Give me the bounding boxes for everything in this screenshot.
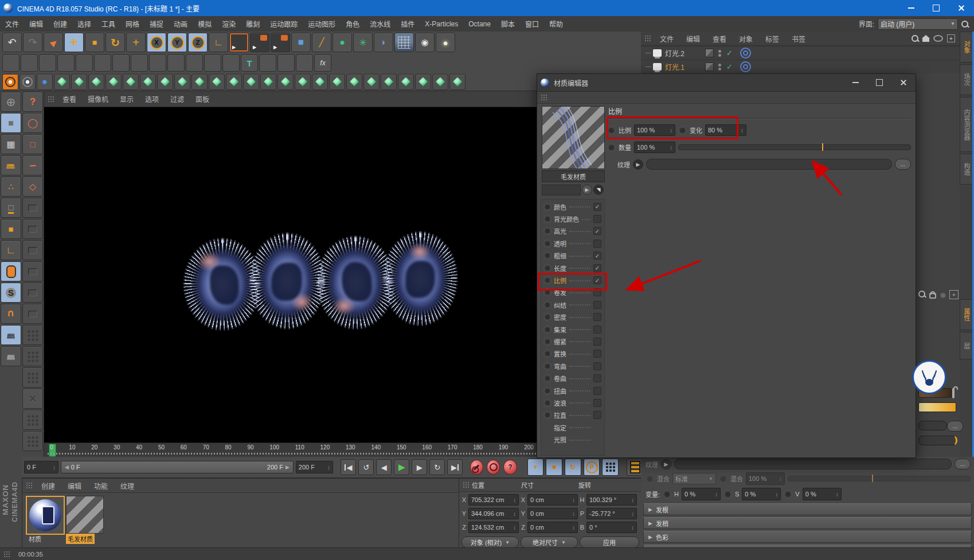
- amount-slider[interactable]: [678, 144, 911, 150]
- channel-radio[interactable]: [543, 240, 551, 248]
- polygon-pen-icon[interactable]: [57, 54, 75, 72]
- network-icon[interactable]: [19, 74, 36, 90]
- rotation-h-field[interactable]: 100.329 °↕: [586, 494, 637, 506]
- render-settings-icon[interactable]: [271, 33, 290, 52]
- channel-checkbox[interactable]: [593, 264, 601, 272]
- menu-xparticles[interactable]: X-Particles: [420, 16, 463, 32]
- object-name[interactable]: 灯光.2: [665, 48, 703, 58]
- goto-start-button[interactable]: ◀: [341, 459, 356, 475]
- channel-row-displace[interactable]: 置换: [541, 348, 604, 360]
- current-frame-field[interactable]: 0 F↕: [24, 461, 58, 473]
- om-menu-edit[interactable]: 编辑: [680, 34, 706, 44]
- size-x-field[interactable]: 0 cm↕: [527, 494, 578, 506]
- channel-radio[interactable]: [543, 362, 551, 370]
- dots-icon[interactable]: [22, 410, 43, 430]
- channel-radio[interactable]: [543, 264, 551, 272]
- light-object-icon[interactable]: [653, 63, 662, 71]
- position-z-field[interactable]: 124.532 cm↕: [468, 522, 519, 533]
- om-menu-tags[interactable]: 标签: [759, 34, 785, 44]
- h-value-field[interactable]: 0 %↕: [682, 488, 721, 500]
- channel-checkbox[interactable]: [593, 362, 601, 370]
- channel-radio[interactable]: [543, 387, 551, 395]
- workplane-icon[interactable]: [1, 155, 21, 175]
- interface-dropdown[interactable]: 启动 (用户) ▼: [878, 18, 958, 30]
- channel-radio[interactable]: [543, 411, 551, 419]
- next-frame-button[interactable]: ▶: [412, 459, 427, 475]
- polygons-mode-icon[interactable]: [1, 219, 21, 239]
- channel-radio[interactable]: [543, 338, 551, 346]
- channel-checkbox[interactable]: [593, 227, 601, 235]
- channel-row-straighten[interactable]: 拉直: [541, 409, 604, 421]
- globe-icon[interactable]: [1, 92, 21, 112]
- emboss-icon[interactable]: [22, 283, 43, 303]
- blend-mode-dropdown[interactable]: 标准▼: [672, 473, 716, 484]
- dots-icon[interactable]: [22, 431, 43, 451]
- visibility-dots-icon[interactable]: [718, 64, 721, 71]
- lock-icon[interactable]: [952, 389, 955, 397]
- viewport-menu-panel[interactable]: 面板: [190, 94, 215, 104]
- om-menu-view[interactable]: 查看: [706, 34, 733, 44]
- xp-icon[interactable]: [123, 74, 139, 90]
- rotate-icon[interactable]: [105, 33, 125, 52]
- selection-poly-icon[interactable]: [22, 177, 43, 197]
- channel-row-assign[interactable]: 指定: [541, 421, 604, 433]
- channel-checkbox[interactable]: [593, 313, 601, 321]
- blend-radio[interactable]: [719, 475, 727, 483]
- render-region-icon[interactable]: [250, 33, 269, 52]
- browse-button[interactable]: ...: [947, 421, 963, 432]
- xp-icon[interactable]: [54, 74, 70, 90]
- coords-mode-dropdown[interactable]: 对象 (相对)▼: [461, 536, 519, 548]
- mini-slider[interactable]: [918, 421, 947, 430]
- channel-row-density[interactable]: 密度: [541, 311, 604, 323]
- xp-icon[interactable]: [226, 74, 242, 90]
- menu-octane[interactable]: Octane: [463, 16, 496, 32]
- workplane-tool-icon[interactable]: [39, 54, 56, 72]
- material-label[interactable]: 材质: [27, 534, 43, 544]
- sphere-blue-icon[interactable]: [37, 74, 53, 90]
- timeline-ruler[interactable]: 0102030405060708090100110120130140150160…: [44, 442, 542, 458]
- lock-icon[interactable]: [929, 293, 936, 299]
- menu-character[interactable]: 角色: [341, 16, 365, 32]
- xp-icon[interactable]: [209, 74, 225, 90]
- emboss-icon[interactable]: [22, 198, 43, 218]
- menu-create[interactable]: 创建: [48, 16, 72, 32]
- xp-icon[interactable]: [71, 74, 87, 90]
- layer-icon[interactable]: [705, 62, 714, 71]
- quantize-icon[interactable]: [21, 54, 38, 72]
- xp-icon[interactable]: [157, 74, 173, 90]
- channel-row-illumination[interactable]: 光照: [541, 433, 604, 445]
- tab-takes[interactable]: 场次: [960, 64, 973, 95]
- dialog-title-bar[interactable]: 材质编辑器: [537, 74, 916, 92]
- tracer-icon[interactable]: [222, 54, 240, 72]
- record-keyframe-button[interactable]: [470, 460, 483, 475]
- cloner-icon[interactable]: [167, 54, 185, 72]
- object-row-selected[interactable]: 灯光.1 ✓: [641, 60, 960, 73]
- size-mode-dropdown[interactable]: 绝对尺寸▼: [521, 536, 578, 548]
- menu-select[interactable]: 选择: [72, 16, 96, 32]
- xp-icon[interactable]: [432, 74, 448, 90]
- expand-arrow-icon[interactable]: ▶: [582, 185, 592, 195]
- dialog-minimize-button[interactable]: [843, 74, 867, 91]
- next-key-button[interactable]: ↻: [429, 459, 445, 475]
- menu-plugins[interactable]: 插件: [396, 16, 420, 32]
- xp-icon[interactable]: [243, 74, 259, 90]
- y-lock-icon[interactable]: [167, 33, 187, 52]
- primitive-cube-icon[interactable]: [291, 33, 311, 52]
- dots-icon[interactable]: [22, 367, 43, 387]
- grip-handle-icon[interactable]: [26, 482, 33, 489]
- xp-icon[interactable]: [277, 74, 294, 90]
- channel-row-curl[interactable]: 卷曲: [541, 372, 604, 384]
- lock-workplane-icon[interactable]: [1, 325, 21, 345]
- expand-arrow-icon[interactable]: ▶: [661, 459, 671, 469]
- texture-mode-icon[interactable]: [1, 134, 21, 154]
- add-icon[interactable]: +: [947, 34, 955, 42]
- blend-radio[interactable]: [646, 475, 654, 483]
- remesh-icon[interactable]: [277, 54, 295, 72]
- xp-icon[interactable]: [381, 74, 397, 90]
- search-icon[interactable]: [961, 21, 968, 28]
- fracture-icon[interactable]: [204, 54, 221, 72]
- x-lock-icon[interactable]: [147, 33, 166, 52]
- section-roots[interactable]: ▶发根: [643, 503, 972, 515]
- section-tips[interactable]: ▶发梢: [643, 517, 972, 529]
- last-tool-icon[interactable]: [126, 33, 146, 52]
